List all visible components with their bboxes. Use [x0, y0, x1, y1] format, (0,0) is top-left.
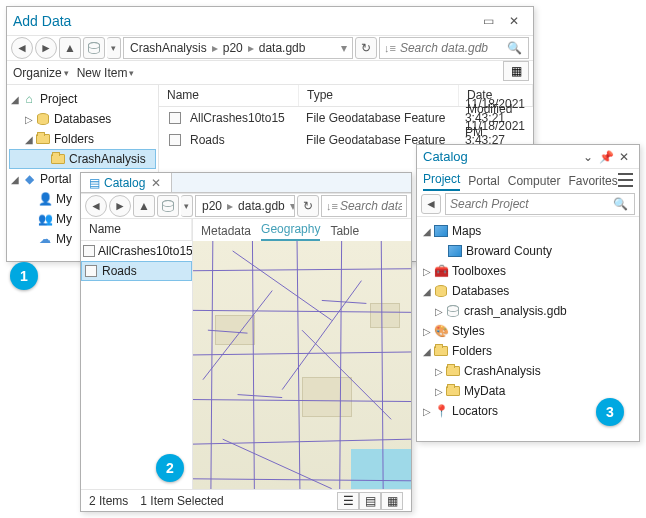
breadcrumb-item[interactable]: data.gdb: [257, 41, 308, 55]
tree-folders[interactable]: ◢Folders: [419, 341, 637, 361]
back-button[interactable]: ◄: [85, 195, 107, 217]
list-item[interactable]: Roads: [81, 261, 192, 281]
tree-databases[interactable]: ◢Databases: [419, 281, 637, 301]
titlebar: Add Data ▭ ✕: [7, 7, 533, 35]
item-count: 2 Items: [89, 494, 128, 508]
tree-crashdb[interactable]: ▷crash_analysis.gdb: [419, 301, 637, 321]
view-toggle-button[interactable]: ▦: [503, 61, 529, 81]
pane-tabs: Project Portal Computer Favorites: [423, 169, 618, 191]
tree-toolboxes[interactable]: ▷🧰Toolboxes: [419, 261, 637, 281]
window-title: Add Data: [13, 13, 475, 29]
search-input[interactable]: [340, 199, 402, 213]
map-preview[interactable]: [193, 241, 411, 489]
tab-table[interactable]: Table: [330, 224, 359, 241]
svg-line-15: [223, 439, 332, 489]
tree-crashanalysis[interactable]: ▷CrashAnalysis: [419, 361, 637, 381]
list-item[interactable]: AllCrashes10to15: [81, 241, 192, 261]
breadcrumb-item[interactable]: p20: [221, 41, 245, 55]
search-input[interactable]: [450, 197, 610, 211]
svg-line-7: [193, 352, 411, 355]
tree-styles[interactable]: ▷🎨Styles: [419, 321, 637, 341]
tab-geography[interactable]: Geography: [261, 222, 320, 241]
tab-computer[interactable]: Computer: [508, 174, 561, 191]
dock-tab-strip: ▤Catalog✕: [81, 173, 411, 193]
svg-line-0: [211, 241, 213, 489]
restore-button[interactable]: ▭: [475, 11, 501, 31]
selected-count: 1 Item Selected: [140, 494, 223, 508]
sort-icon: ↓≡: [384, 42, 400, 54]
svg-line-3: [340, 241, 342, 489]
svg-line-1: [252, 241, 254, 489]
forward-button[interactable]: ►: [109, 195, 131, 217]
view-columns[interactable]: ▤: [359, 492, 381, 510]
breadcrumb-item[interactable]: p20: [200, 199, 224, 213]
svg-line-8: [193, 400, 411, 402]
breadcrumb-item[interactable]: CrashAnalysis: [128, 41, 209, 55]
forward-button[interactable]: ►: [35, 37, 57, 59]
tree-databases[interactable]: ▷Databases: [9, 109, 156, 129]
breadcrumb-dropdown[interactable]: ▾: [181, 195, 193, 217]
col-name-header[interactable]: Name: [159, 85, 299, 106]
sort-icon: ↓≡: [326, 200, 340, 212]
tab-metadata[interactable]: Metadata: [201, 224, 251, 241]
callout-badge-2: 2: [156, 454, 184, 482]
svg-line-11: [233, 251, 332, 320]
view-list[interactable]: ☰: [337, 492, 359, 510]
status-bar: 2 Items 1 Item Selected ☰ ▤ ▦: [81, 489, 411, 511]
search-input[interactable]: [400, 41, 504, 55]
search-box[interactable]: ↓≡: [321, 195, 407, 217]
svg-line-17: [322, 300, 367, 303]
tree-maps[interactable]: ◢Maps: [419, 221, 637, 241]
svg-line-12: [203, 291, 272, 380]
catalog-dock-window: ▤Catalog✕ ◄ ► ▲ ▾ p20▸ data.gdb ▾ ↻ ↓≡ N…: [80, 172, 412, 512]
tab-portal[interactable]: Portal: [468, 174, 499, 191]
gdb-icon[interactable]: [83, 37, 105, 59]
dock-tab-catalog[interactable]: ▤Catalog✕: [81, 173, 172, 192]
view-tiles[interactable]: ▦: [381, 492, 403, 510]
close-button[interactable]: ✕: [501, 11, 527, 31]
breadcrumb[interactable]: CrashAnalysis▸ p20▸ data.gdb ▾: [123, 37, 353, 59]
back-button[interactable]: ◄: [421, 194, 441, 214]
tab-project[interactable]: Project: [423, 172, 460, 191]
tree-folders[interactable]: ◢Folders: [9, 129, 156, 149]
up-button[interactable]: ▲: [59, 37, 81, 59]
col-type-header[interactable]: Type: [299, 85, 459, 106]
breadcrumb-item[interactable]: data.gdb: [236, 199, 287, 213]
up-button[interactable]: ▲: [133, 195, 155, 217]
pane-close[interactable]: ✕: [615, 148, 633, 166]
search-icon[interactable]: 🔍: [504, 38, 524, 58]
back-button[interactable]: ◄: [11, 37, 33, 59]
detail-tabs: Metadata Geography Table: [193, 219, 411, 241]
pane-pin[interactable]: 📌: [597, 148, 615, 166]
tree-broward[interactable]: Broward County: [419, 241, 637, 261]
tree-crashanalysis[interactable]: CrashAnalysis: [9, 149, 156, 169]
svg-line-6: [193, 310, 411, 312]
pane-title: Catalog: [423, 149, 579, 164]
pane-menu-down[interactable]: ⌄: [579, 148, 597, 166]
new-item-menu[interactable]: New Item▾: [77, 66, 135, 80]
search-box[interactable]: ↓≡ 🔍: [379, 37, 529, 59]
svg-line-4: [381, 241, 383, 489]
callout-badge-3: 3: [596, 398, 624, 426]
hamburger-icon[interactable]: [618, 173, 633, 187]
svg-line-9: [193, 439, 411, 444]
dock-tab-close[interactable]: ✕: [149, 176, 163, 190]
tab-favorites[interactable]: Favorites: [568, 174, 617, 191]
project-tree: ◢Maps Broward County ▷🧰Toolboxes ◢Databa…: [417, 217, 639, 425]
col-name-header[interactable]: Name: [81, 219, 192, 240]
search-icon[interactable]: 🔍: [610, 194, 630, 214]
breadcrumb-dropdown[interactable]: ▾: [107, 37, 121, 59]
refresh-button[interactable]: ↻: [297, 195, 319, 217]
view-buttons: ☰ ▤ ▦: [337, 492, 403, 510]
nav-toolbar: ◄ ► ▲ ▾ CrashAnalysis▸ p20▸ data.gdb ▾ ↻…: [7, 35, 533, 61]
refresh-button[interactable]: ↻: [355, 37, 377, 59]
catalog-list: Name AllCrashes10to15 Roads: [81, 219, 193, 489]
svg-line-5: [193, 269, 411, 271]
gdb-icon[interactable]: [157, 195, 179, 217]
search-box[interactable]: 🔍: [445, 193, 635, 215]
tree-project[interactable]: ◢⌂Project: [9, 89, 156, 109]
organize-menu[interactable]: Organize▾: [13, 66, 69, 80]
breadcrumb[interactable]: p20▸ data.gdb ▾: [195, 195, 295, 217]
catalog-toolbar: ◄ ► ▲ ▾ p20▸ data.gdb ▾ ↻ ↓≡: [81, 193, 411, 219]
pane-header: Catalog ⌄ 📌 ✕: [417, 145, 639, 169]
